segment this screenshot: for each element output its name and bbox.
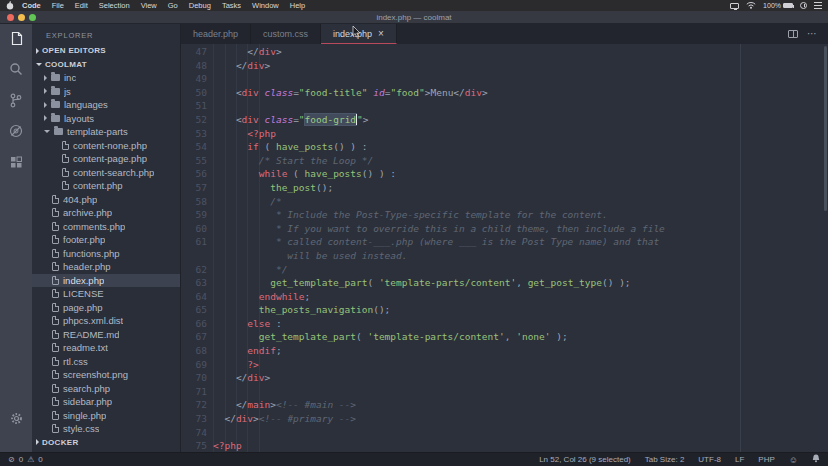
code-editor[interactable]: 47 </div>48 </div>4950 <div class="food-…	[181, 44, 828, 452]
open-editors-section[interactable]: OPEN EDITORS	[32, 44, 180, 58]
display-icon[interactable]	[730, 3, 739, 9]
token: endwhile	[259, 291, 305, 302]
battery-indicator[interactable]: 100%	[763, 2, 793, 9]
menu-selection[interactable]: Selection	[99, 1, 130, 10]
token: </	[213, 413, 236, 424]
wifi-icon[interactable]	[746, 1, 756, 11]
file-LICENSE[interactable]: LICENSE	[32, 287, 180, 301]
line-number: 47	[181, 45, 207, 59]
control-center-icon[interactable]	[814, 2, 822, 9]
code-text	[207, 426, 213, 440]
menu-go[interactable]: Go	[168, 1, 178, 10]
problems-indicator[interactable]: ⊘ 0 ⚠ 0	[8, 455, 43, 464]
tab-custom.css[interactable]: custom.css	[251, 24, 321, 44]
token: );	[551, 331, 568, 342]
token: */	[213, 264, 287, 275]
token: </	[213, 60, 247, 71]
status-lf[interactable]: LF	[735, 455, 744, 464]
zoom-window-button[interactable]	[29, 14, 36, 21]
file-content-none.php[interactable]: content-none.php	[32, 139, 180, 153]
token: >	[482, 87, 488, 98]
code-line: 58 /*	[181, 195, 828, 209]
file-footer.php[interactable]: footer.php	[32, 233, 180, 247]
file-icon	[52, 235, 59, 244]
extensions-icon[interactable]	[8, 154, 24, 170]
token: <!-- #main -->	[276, 399, 356, 410]
apple-menu-icon[interactable]	[6, 1, 14, 10]
file-single.php[interactable]: single.php	[32, 409, 180, 423]
line-number: 65	[181, 303, 207, 317]
file-sidebar.php[interactable]: sidebar.php	[32, 395, 180, 409]
status-ln-52-col-26-9-selected[interactable]: Ln 52, Col 26 (9 selected)	[539, 455, 631, 464]
folder-icon	[51, 101, 60, 108]
close-window-button[interactable]	[7, 14, 14, 21]
folder-template-parts[interactable]: template-parts	[32, 125, 180, 139]
file-rtl.css[interactable]: rtl.css	[32, 355, 180, 369]
clock-icon[interactable]	[800, 2, 807, 9]
minimize-window-button[interactable]	[18, 14, 25, 21]
file-screenshot.png[interactable]: screenshot.png	[32, 368, 180, 382]
token: ();	[316, 182, 333, 193]
file-content.php[interactable]: content.php	[32, 179, 180, 193]
root-folder-section[interactable]: COOLMAT	[32, 58, 180, 72]
file-readme.txt[interactable]: readme.txt	[32, 341, 180, 355]
menu-debug[interactable]: Debug	[189, 1, 211, 10]
file-404.php[interactable]: 404.php	[32, 193, 180, 207]
file-index.php[interactable]: index.php	[32, 274, 180, 288]
vertical-scrollbar[interactable]	[824, 46, 827, 211]
folder-layouts[interactable]: layouts	[32, 112, 180, 126]
activity-bar	[0, 24, 32, 452]
feedback-smiley-icon[interactable]: ☺	[789, 455, 798, 465]
file-style.css[interactable]: style.css	[32, 422, 180, 436]
file-content-page.php[interactable]: content-page.php	[32, 152, 180, 166]
folder-languages[interactable]: languages	[32, 98, 180, 112]
menu-code[interactable]: Code	[22, 1, 41, 10]
notifications-bell-icon[interactable]	[812, 454, 820, 465]
menu-window[interactable]: Window	[252, 1, 279, 10]
split-editor-icon[interactable]	[788, 30, 798, 38]
explorer-icon[interactable]	[8, 30, 24, 46]
status-php[interactable]: PHP	[758, 455, 774, 464]
file-phpcs.xml.dist[interactable]: phpcs.xml.dist	[32, 314, 180, 328]
code-text: while ( have_posts() ) :	[207, 167, 396, 181]
file-search.php[interactable]: search.php	[32, 382, 180, 396]
debug-icon[interactable]	[8, 123, 24, 139]
token: "food-title"	[299, 87, 368, 98]
menu-help[interactable]: Help	[290, 1, 305, 10]
tabs: header.phpcustom.cssindex.php×	[181, 24, 397, 44]
file-page.php[interactable]: page.php	[32, 301, 180, 315]
menu-file[interactable]: File	[52, 1, 64, 10]
menu-tasks[interactable]: Tasks	[222, 1, 241, 10]
folder-inc[interactable]: inc	[32, 71, 180, 85]
tree-item-label: content-page.php	[73, 153, 147, 164]
file-header.php[interactable]: header.php	[32, 260, 180, 274]
code-line: 67 get_template_part( 'template-parts/co…	[181, 330, 828, 344]
chevron-right-icon	[36, 439, 39, 445]
search-icon[interactable]	[8, 61, 24, 77]
file-README.md[interactable]: README.md	[32, 328, 180, 342]
menu-edit[interactable]: Edit	[75, 1, 88, 10]
file-comments.php[interactable]: comments.php	[32, 220, 180, 234]
token: /*	[213, 196, 282, 207]
file-archive.php[interactable]: archive.php	[32, 206, 180, 220]
more-actions-icon[interactable]: ⋯	[807, 31, 818, 37]
folder-js[interactable]: js	[32, 85, 180, 99]
status-tab-size-2[interactable]: Tab Size: 2	[645, 455, 685, 464]
source-control-icon[interactable]	[8, 92, 24, 108]
code-line: 61 * called content-___.php (where ___ i…	[181, 235, 828, 249]
settings-gear-icon[interactable]	[8, 410, 24, 426]
file-functions.php[interactable]: functions.php	[32, 247, 180, 261]
file-content-search.php[interactable]: content-search.php	[32, 166, 180, 180]
tab-header.php[interactable]: header.php	[181, 24, 251, 44]
status-utf-8[interactable]: UTF-8	[698, 455, 721, 464]
docker-section[interactable]: DOCKER	[32, 436, 180, 450]
token	[213, 168, 259, 179]
menu-view[interactable]: View	[141, 1, 157, 10]
close-tab-icon[interactable]: ×	[378, 29, 384, 39]
file-icon	[62, 154, 69, 163]
folder-icon	[51, 115, 60, 122]
line-number: 72	[181, 398, 207, 412]
code-text: </div>	[207, 59, 270, 73]
token: div	[259, 46, 276, 57]
token	[213, 141, 247, 152]
